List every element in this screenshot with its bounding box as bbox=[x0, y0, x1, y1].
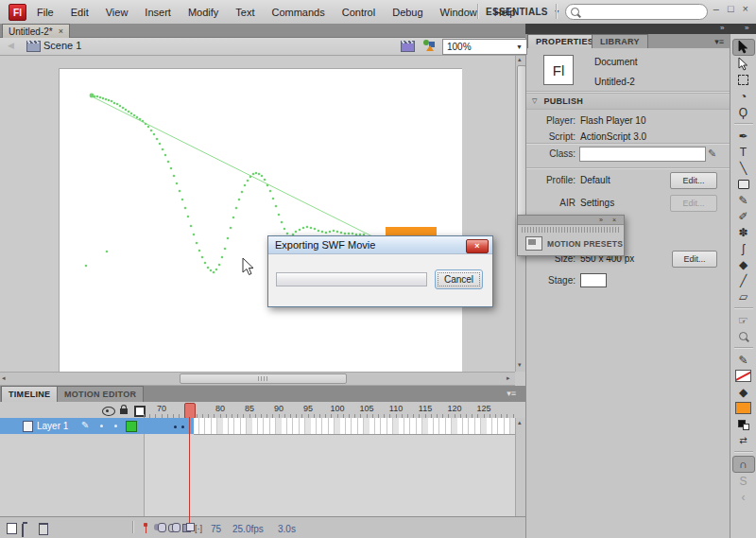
pencil-icon[interactable]: ✎ bbox=[708, 148, 716, 160]
layer-row[interactable]: Layer 1 ✎ bbox=[0, 418, 525, 434]
rectangle-tool[interactable] bbox=[733, 176, 754, 192]
delete-layer-button[interactable] bbox=[39, 523, 48, 535]
black-white-button[interactable] bbox=[733, 416, 754, 432]
menu-view[interactable]: View bbox=[97, 7, 137, 18]
publish-section-header[interactable]: ▽ PUBLISH bbox=[526, 93, 730, 110]
tab-close-icon[interactable]: × bbox=[59, 26, 63, 36]
scroll-down-icon[interactable]: ▾ bbox=[518, 361, 522, 369]
panel-drag-grip[interactable] bbox=[522, 227, 619, 233]
scroll-right-icon[interactable]: ▸ bbox=[507, 374, 510, 382]
pen-tool[interactable]: ✒ bbox=[733, 128, 754, 144]
zoom-tool[interactable] bbox=[733, 328, 754, 344]
3d-rotation-tool[interactable]: ◔ bbox=[733, 88, 754, 104]
horizontal-scrollbar[interactable]: ◂ ▸ bbox=[0, 372, 515, 386]
menu-debug[interactable]: Debug bbox=[384, 7, 431, 18]
frame-rate-value[interactable]: 25.0fps bbox=[232, 524, 264, 534]
free-transform-tool[interactable] bbox=[733, 72, 754, 88]
layer-lock-dot[interactable] bbox=[114, 425, 117, 427]
stroke-color-swatch[interactable] bbox=[733, 368, 754, 384]
document-tab[interactable]: Untitled-2* × bbox=[2, 24, 70, 38]
collapse-to-icons-button[interactable]: » bbox=[720, 24, 723, 32]
text-tool[interactable]: T bbox=[733, 144, 754, 160]
collapse-icon[interactable]: » bbox=[599, 216, 602, 224]
stroke-pencil-icon[interactable]: ✎ bbox=[733, 352, 754, 368]
workspace-switcher[interactable]: ESSENTIALS ▼ bbox=[486, 5, 560, 19]
ruler-label-110: 110 bbox=[386, 404, 406, 413]
size-edit-button[interactable]: Edit... bbox=[672, 251, 717, 268]
menu-edit[interactable]: Edit bbox=[62, 7, 97, 18]
brush-tool[interactable]: ✐ bbox=[733, 208, 754, 224]
menu-insert[interactable]: Insert bbox=[136, 7, 180, 18]
tween-keyframe-dot bbox=[174, 425, 177, 428]
motion-presets-panel[interactable]: » × MOTION PRESETS bbox=[517, 215, 625, 256]
scroll-left-icon[interactable]: ◂ bbox=[2, 374, 6, 382]
cancel-button[interactable]: Cancel bbox=[435, 269, 483, 289]
paint-bucket-tool[interactable]: ◆ bbox=[733, 256, 754, 272]
stage-canvas[interactable] bbox=[59, 68, 462, 373]
horizontal-scrollbar-thumb[interactable] bbox=[180, 373, 347, 384]
deco-tool[interactable]: ✽ bbox=[733, 224, 754, 240]
profile-edit-button[interactable]: Edit... bbox=[670, 172, 717, 189]
stage-color-swatch[interactable] bbox=[580, 273, 607, 287]
layer-name-cell[interactable]: Layer 1 ✎ bbox=[0, 418, 144, 434]
menu-control[interactable]: Control bbox=[334, 7, 384, 18]
pasteboard[interactable] bbox=[0, 55, 515, 372]
snap-to-objects-button[interactable]: ∩ bbox=[732, 456, 755, 473]
close-button[interactable]: × bbox=[743, 3, 748, 14]
straighten-button[interactable]: ‹ bbox=[733, 489, 754, 505]
dialog-close-button[interactable]: × bbox=[466, 239, 489, 253]
swap-colors-button[interactable]: ⇄ bbox=[733, 432, 754, 448]
maximize-button[interactable]: □ bbox=[728, 3, 734, 14]
menu-commands[interactable]: Commands bbox=[263, 7, 333, 18]
fill-color-swatch[interactable] bbox=[733, 400, 754, 416]
zoom-level-select[interactable]: 100% ▼ bbox=[442, 39, 527, 55]
lasso-tool[interactable]: Ϙ bbox=[733, 104, 754, 120]
panel-menu-icon[interactable]: ▾≡ bbox=[714, 37, 724, 46]
tab-library[interactable]: LIBRARY bbox=[592, 34, 648, 48]
menu-modify[interactable]: Modify bbox=[180, 7, 227, 18]
scroll-up-icon[interactable]: ▴ bbox=[518, 419, 522, 426]
timeline-layer-list-area[interactable] bbox=[0, 434, 145, 516]
selection-tool[interactable] bbox=[732, 39, 755, 56]
document-name-value[interactable]: Untitled-2 bbox=[594, 77, 635, 87]
hand-tool[interactable]: ☞ bbox=[733, 312, 754, 328]
eraser-tool[interactable]: ▱ bbox=[733, 288, 754, 304]
modify-markers-button[interactable]: [·] bbox=[195, 524, 202, 533]
subselection-tool[interactable] bbox=[733, 56, 754, 72]
search-input[interactable] bbox=[565, 4, 708, 20]
back-arrow-icon[interactable]: ◀ bbox=[8, 41, 14, 50]
tab-timeline[interactable]: TIMELINE bbox=[1, 386, 58, 402]
minimize-button[interactable]: – bbox=[713, 3, 719, 14]
class-input[interactable] bbox=[579, 147, 706, 162]
layer-visibility-dot[interactable] bbox=[100, 425, 103, 427]
window-controls: – □ × bbox=[713, 3, 748, 14]
line-tool[interactable]: ╲ bbox=[733, 160, 754, 176]
playhead[interactable] bbox=[184, 403, 196, 419]
new-folder-button[interactable] bbox=[22, 524, 24, 537]
empty-frames[interactable] bbox=[194, 418, 515, 435]
frame-ruler[interactable]: 125120115110105100959085807570 bbox=[0, 402, 525, 418]
bone-tool[interactable]: ʃ bbox=[733, 240, 754, 256]
edit-scene-button[interactable] bbox=[401, 41, 415, 54]
document-icon: Fl bbox=[543, 55, 574, 85]
eyedropper-tool[interactable]: ╱ bbox=[733, 272, 754, 288]
close-icon[interactable]: × bbox=[612, 216, 615, 224]
menu-bar: Fl FileEditViewInsertModifyTextCommandsC… bbox=[0, 0, 756, 25]
menu-file[interactable]: File bbox=[28, 7, 62, 18]
smooth-button[interactable]: S bbox=[733, 473, 754, 489]
panel-menu-icon[interactable]: ▾≡ bbox=[507, 389, 516, 398]
timeline-body[interactable] bbox=[0, 434, 515, 516]
tab-motion-editor[interactable]: MOTION EDITOR bbox=[57, 386, 144, 402]
menu-text[interactable]: Text bbox=[227, 7, 263, 18]
new-layer-button[interactable] bbox=[7, 523, 17, 534]
pencil-tool[interactable]: ✎ bbox=[733, 192, 754, 208]
scroll-up-icon[interactable]: ▴ bbox=[518, 56, 522, 63]
motion-tween-frames[interactable] bbox=[144, 418, 195, 434]
collapse-tools-button[interactable]: » bbox=[745, 24, 747, 32]
dialog-title-bar[interactable]: Exporting SWF Movie bbox=[268, 236, 492, 254]
motion-presets-header[interactable]: » × bbox=[518, 216, 624, 225]
layer-outline-color-swatch[interactable] bbox=[126, 421, 137, 432]
fill-bucket-icon[interactable]: ◆ bbox=[733, 384, 754, 400]
edit-symbols-button[interactable] bbox=[423, 40, 437, 51]
ruler-label-100: 100 bbox=[327, 404, 348, 413]
